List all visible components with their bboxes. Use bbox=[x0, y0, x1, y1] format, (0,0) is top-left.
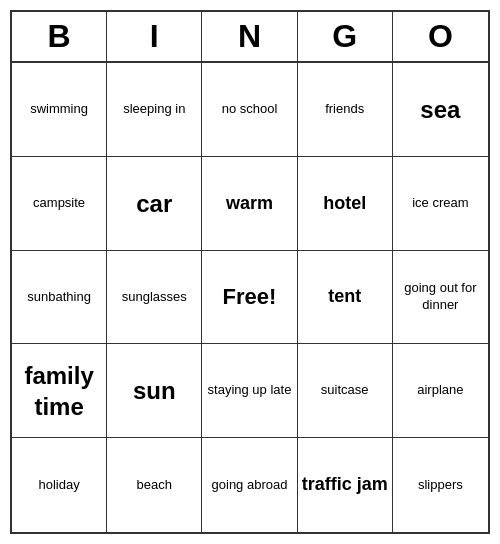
bingo-cell-21[interactable]: beach bbox=[107, 438, 202, 532]
header-letter-N: N bbox=[202, 12, 297, 61]
bingo-cell-14[interactable]: going out for dinner bbox=[393, 251, 488, 345]
bingo-cell-0[interactable]: swimming bbox=[12, 63, 107, 157]
bingo-cell-6[interactable]: car bbox=[107, 157, 202, 251]
bingo-cell-7[interactable]: warm bbox=[202, 157, 297, 251]
bingo-card: BINGO swimmingsleeping inno schoolfriend… bbox=[10, 10, 490, 534]
header-letter-B: B bbox=[12, 12, 107, 61]
bingo-cell-11[interactable]: sunglasses bbox=[107, 251, 202, 345]
header-letter-I: I bbox=[107, 12, 202, 61]
bingo-cell-10[interactable]: sunbathing bbox=[12, 251, 107, 345]
bingo-cell-5[interactable]: campsite bbox=[12, 157, 107, 251]
header-letter-O: O bbox=[393, 12, 488, 61]
bingo-cell-24[interactable]: slippers bbox=[393, 438, 488, 532]
bingo-grid: swimmingsleeping inno schoolfriendsseaca… bbox=[12, 63, 488, 532]
bingo-header: BINGO bbox=[12, 12, 488, 63]
bingo-cell-15[interactable]: family time bbox=[12, 344, 107, 438]
bingo-cell-20[interactable]: holiday bbox=[12, 438, 107, 532]
bingo-cell-16[interactable]: sun bbox=[107, 344, 202, 438]
bingo-cell-12[interactable]: Free! bbox=[202, 251, 297, 345]
bingo-cell-19[interactable]: airplane bbox=[393, 344, 488, 438]
bingo-cell-13[interactable]: tent bbox=[298, 251, 393, 345]
bingo-cell-8[interactable]: hotel bbox=[298, 157, 393, 251]
header-letter-G: G bbox=[298, 12, 393, 61]
bingo-cell-9[interactable]: ice cream bbox=[393, 157, 488, 251]
bingo-cell-18[interactable]: suitcase bbox=[298, 344, 393, 438]
bingo-cell-4[interactable]: sea bbox=[393, 63, 488, 157]
bingo-cell-23[interactable]: traffic jam bbox=[298, 438, 393, 532]
bingo-cell-2[interactable]: no school bbox=[202, 63, 297, 157]
bingo-cell-1[interactable]: sleeping in bbox=[107, 63, 202, 157]
bingo-cell-17[interactable]: staying up late bbox=[202, 344, 297, 438]
bingo-cell-3[interactable]: friends bbox=[298, 63, 393, 157]
bingo-cell-22[interactable]: going abroad bbox=[202, 438, 297, 532]
